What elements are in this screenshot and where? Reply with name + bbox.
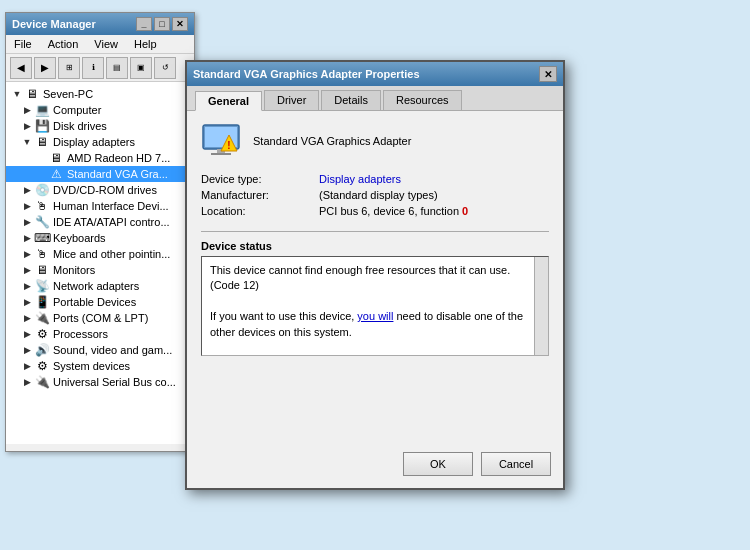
device-status-box: This device cannot find enough free reso… xyxy=(201,256,549,356)
tree-label-usb: Universal Serial Bus co... xyxy=(53,376,176,388)
sidebar-item-portable[interactable]: ▶ 📱 Portable Devices xyxy=(6,294,194,310)
tree-label-keyboards: Keyboards xyxy=(53,232,106,244)
amd-icon: 🖥 xyxy=(48,151,64,165)
device-status-section: Device status This device cannot find en… xyxy=(201,240,549,356)
monitors-icon: 🖥 xyxy=(34,263,50,277)
tree-label-ide: IDE ATA/ATAPI contro... xyxy=(53,216,170,228)
minimize-button[interactable]: _ xyxy=(136,17,152,31)
device-name: Standard VGA Graphics Adapter xyxy=(253,135,411,147)
maximize-button[interactable]: □ xyxy=(154,17,170,31)
menu-bar: File Action View Help xyxy=(6,35,194,54)
expand-icon-portable: ▶ xyxy=(20,295,34,309)
system-icon: ⚙ xyxy=(34,359,50,373)
tree-root-label: Seven-PC xyxy=(43,88,93,100)
mice-icon: 🖱 xyxy=(34,247,50,261)
sidebar-item-hid[interactable]: ▶ 🖱 Human Interface Devi... xyxy=(6,198,194,214)
sidebar-item-ide[interactable]: ▶ 🔧 IDE ATA/ATAPI contro... xyxy=(6,214,194,230)
forward-button[interactable]: ▶ xyxy=(34,57,56,79)
menu-file[interactable]: File xyxy=(10,37,36,51)
tree-label-amd: AMD Radeon HD 7... xyxy=(67,152,170,164)
keyboard-icon: ⌨ xyxy=(34,231,50,245)
device-manager-titlebar: Device Manager _ □ ✕ xyxy=(6,13,194,35)
sidebar-item-network[interactable]: ▶ 📡 Network adapters xyxy=(6,278,194,294)
ports-icon: 🔌 xyxy=(34,311,50,325)
expand-icon-display: ▼ xyxy=(20,135,34,149)
tab-details[interactable]: Details xyxy=(321,90,381,110)
toolbar: ◀ ▶ ⊞ ℹ ▤ ▣ ↺ xyxy=(6,54,194,82)
toolbar-btn-3[interactable]: ⊞ xyxy=(58,57,80,79)
tree-label-vga: Standard VGA Gra... xyxy=(67,168,168,180)
properties-dialog: Standard VGA Graphics Adapter Properties… xyxy=(185,60,565,490)
dialog-titlebar: Standard VGA Graphics Adapter Properties… xyxy=(187,62,563,86)
tree-label-network: Network adapters xyxy=(53,280,139,292)
expand-icon-ide: ▶ xyxy=(20,215,34,229)
toolbar-btn-4[interactable]: ℹ xyxy=(82,57,104,79)
device-type-link[interactable]: Display adapters xyxy=(319,173,401,185)
dvd-icon: 💿 xyxy=(34,183,50,197)
toolbar-btn-7[interactable]: ↺ xyxy=(154,57,176,79)
tab-general[interactable]: General xyxy=(195,91,262,111)
device-header: ! Standard VGA Graphics Adapter xyxy=(201,123,549,159)
device-manager-window: Device Manager _ □ ✕ File Action View He… xyxy=(5,12,195,452)
close-button[interactable]: ✕ xyxy=(172,17,188,31)
expand-icon-monitors: ▶ xyxy=(20,263,34,277)
sidebar-item-ports[interactable]: ▶ 🔌 Ports (COM & LPT) xyxy=(6,310,194,326)
processors-icon: ⚙ xyxy=(34,327,50,341)
dialog-footer: OK Cancel xyxy=(403,452,551,476)
tree-label-monitors: Monitors xyxy=(53,264,95,276)
device-manager-title: Device Manager xyxy=(12,18,96,30)
sidebar-item-mice[interactable]: ▶ 🖱 Mice and other pointin... xyxy=(6,246,194,262)
titlebar-controls: _ □ ✕ xyxy=(136,17,188,31)
svg-text:!: ! xyxy=(227,140,230,151)
status-text-2-prefix: If you want to use this device, xyxy=(210,310,357,322)
dialog-tabs: General Driver Details Resources xyxy=(187,86,563,111)
status-scrollbar[interactable] xyxy=(534,257,548,355)
sidebar-item-display[interactable]: ▼ 🖥 Display adapters xyxy=(6,134,194,150)
sidebar-item-keyboards[interactable]: ▶ ⌨ Keyboards xyxy=(6,230,194,246)
ide-icon: 🔧 xyxy=(34,215,50,229)
toolbar-btn-5[interactable]: ▤ xyxy=(106,57,128,79)
sidebar-item-amd[interactable]: ▶ 🖥 AMD Radeon HD 7... xyxy=(6,150,194,166)
tree-label-hid: Human Interface Devi... xyxy=(53,200,169,212)
status-text-link[interactable]: you will xyxy=(357,310,393,322)
device-tree: ▼ 🖥 Seven-PC ▶ 💻 Computer ▶ 💾 Disk drive… xyxy=(6,82,194,444)
location-label: Location: xyxy=(201,205,311,217)
sidebar-item-usb[interactable]: ▶ 🔌 Universal Serial Bus co... xyxy=(6,374,194,390)
tree-label-dvd: DVD/CD-ROM drives xyxy=(53,184,157,196)
expand-icon-keyboards: ▶ xyxy=(20,231,34,245)
sidebar-item-sound[interactable]: ▶ 🔊 Sound, video and gam... xyxy=(6,342,194,358)
menu-action[interactable]: Action xyxy=(44,37,83,51)
device-type-value: Display adapters xyxy=(319,173,549,185)
usb-icon: 🔌 xyxy=(34,375,50,389)
toolbar-btn-6[interactable]: ▣ xyxy=(130,57,152,79)
cancel-button[interactable]: Cancel xyxy=(481,452,551,476)
expand-icon-dvd: ▶ xyxy=(20,183,34,197)
tree-label-sound: Sound, video and gam... xyxy=(53,344,172,356)
expand-icon-disk: ▶ xyxy=(20,119,34,133)
tab-driver[interactable]: Driver xyxy=(264,90,319,110)
tab-resources[interactable]: Resources xyxy=(383,90,462,110)
expand-icon-ports: ▶ xyxy=(20,311,34,325)
hid-icon: 🖱 xyxy=(34,199,50,213)
sidebar-item-processors[interactable]: ▶ ⚙ Processors xyxy=(6,326,194,342)
vga-icon: ⚠ xyxy=(48,167,64,181)
sidebar-item-monitors[interactable]: ▶ 🖥 Monitors xyxy=(6,262,194,278)
device-status-label: Device status xyxy=(201,240,549,252)
tree-root[interactable]: ▼ 🖥 Seven-PC xyxy=(6,86,194,102)
sidebar-item-system[interactable]: ▶ ⚙ System devices xyxy=(6,358,194,374)
sidebar-item-vga[interactable]: ▶ ⚠ Standard VGA Gra... xyxy=(6,166,194,182)
menu-help[interactable]: Help xyxy=(130,37,161,51)
back-button[interactable]: ◀ xyxy=(10,57,32,79)
expand-icon-processors: ▶ xyxy=(20,327,34,341)
sidebar-item-computer[interactable]: ▶ 💻 Computer xyxy=(6,102,194,118)
sidebar-item-dvd[interactable]: ▶ 💿 DVD/CD-ROM drives xyxy=(6,182,194,198)
menu-view[interactable]: View xyxy=(90,37,122,51)
sidebar-item-disk[interactable]: ▶ 💾 Disk drives xyxy=(6,118,194,134)
dialog-title: Standard VGA Graphics Adapter Properties xyxy=(193,68,420,80)
ok-button[interactable]: OK xyxy=(403,452,473,476)
dialog-close-button[interactable]: ✕ xyxy=(539,66,557,82)
tree-label-mice: Mice and other pointin... xyxy=(53,248,170,260)
expand-icon-hid: ▶ xyxy=(20,199,34,213)
status-text-content: This device cannot find enough free reso… xyxy=(210,263,540,340)
device-info-grid: Device type: Display adapters Manufactur… xyxy=(201,173,549,217)
